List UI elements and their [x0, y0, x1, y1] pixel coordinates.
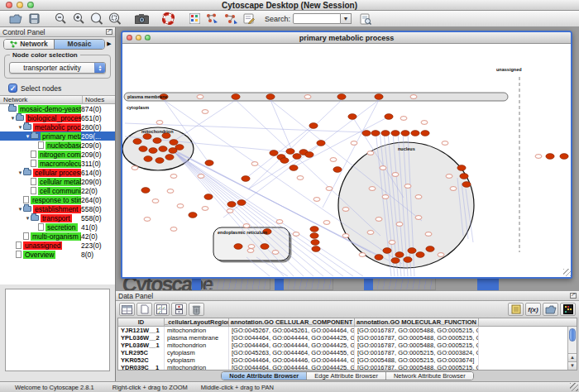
graph-node-small[interactable] — [170, 227, 177, 232]
tree-row[interactable]: cell communicat22(0) — [0, 186, 115, 195]
graph-node[interactable] — [546, 154, 554, 160]
tree-row[interactable]: ▼transport558(0) — [0, 213, 115, 222]
tab-overflow-arrow-icon[interactable]: ▶ — [105, 41, 113, 47]
expander-icon[interactable]: ▼ — [17, 125, 23, 130]
graph-node[interactable] — [375, 255, 383, 261]
tree-row[interactable]: nucleobase-209(0) — [0, 141, 115, 150]
compartment-plasma-membrane[interactable] — [124, 93, 508, 101]
graph-node-small[interactable] — [404, 184, 411, 189]
background-window-fragment[interactable] — [192, 277, 270, 290]
graph-node[interactable] — [383, 248, 391, 254]
graph-node-small[interactable] — [297, 176, 304, 180]
table-row[interactable]: YPL036W__1mitochondrion[GO:0044464, GO:0… — [118, 342, 577, 349]
graph-node[interactable] — [457, 165, 466, 171]
graph-node-small[interactable] — [330, 158, 337, 162]
expander-icon[interactable]: ▼ — [10, 116, 16, 121]
graph-node[interactable] — [362, 131, 371, 136]
tree-row[interactable]: mosaic-demo-yeast874(0) — [0, 104, 115, 113]
graph-edge[interactable] — [248, 143, 321, 189]
layout-network-alt-button[interactable] — [222, 12, 240, 26]
tree-row[interactable]: ▼establishment of lo558(0) — [0, 204, 115, 213]
graph-node[interactable] — [242, 176, 250, 182]
graph-node[interactable] — [280, 158, 289, 164]
graph-node[interactable] — [421, 131, 429, 136]
snapshot-button[interactable] — [132, 12, 151, 26]
tree-row[interactable]: unassigned223(0) — [0, 241, 115, 250]
graph-node[interactable] — [234, 244, 242, 250]
graph-node[interactable] — [309, 123, 318, 129]
graph-node[interactable] — [348, 114, 356, 120]
graph-node[interactable] — [153, 138, 161, 144]
tree-column-nodes[interactable]: Nodes — [82, 96, 115, 103]
graph-node[interactable] — [141, 188, 150, 194]
tree-row[interactable]: nitrogen compo209(0) — [0, 150, 115, 159]
graph-node[interactable] — [143, 134, 151, 140]
table-row[interactable]: YKR052Ccytoplasm[GO:0044464, GO:0044446,… — [118, 356, 577, 364]
graph-node[interactable] — [261, 244, 269, 250]
search-options-button[interactable] — [356, 12, 375, 26]
graph-node[interactable] — [311, 240, 319, 246]
graph-node[interactable] — [149, 148, 157, 154]
graph-node[interactable] — [317, 141, 325, 146]
graph-node-small[interactable] — [389, 241, 395, 245]
graph-node[interactable] — [144, 156, 152, 162]
graph-node-small[interactable] — [293, 232, 299, 237]
graph-node-small[interactable] — [442, 141, 448, 146]
graph-node-small[interactable] — [367, 231, 374, 235]
graph-node-small[interactable] — [450, 187, 457, 191]
table-column-header[interactable]: ID — [118, 318, 165, 326]
graph-node[interactable] — [293, 154, 301, 160]
graph-node-small[interactable] — [376, 218, 382, 222]
graph-node-small[interactable] — [535, 155, 542, 159]
graph-node-small[interactable] — [326, 187, 333, 191]
graph-node-small[interactable] — [396, 222, 403, 227]
float-panel-icon[interactable] — [106, 29, 112, 35]
graph-node-small[interactable] — [400, 117, 407, 121]
graph-node-small[interactable] — [198, 174, 204, 179]
formula-builder-button[interactable]: f(x) — [525, 303, 541, 316]
graph-node-small[interactable] — [415, 216, 422, 220]
graph-node[interactable] — [270, 151, 278, 156]
background-window-fragment[interactable] — [275, 277, 333, 290]
graph-node-small[interactable] — [251, 162, 258, 166]
zoom-in-button[interactable] — [69, 12, 88, 26]
graph-node-small[interactable] — [227, 209, 233, 213]
graph-node[interactable] — [401, 131, 409, 136]
tree-row[interactable]: cellular metabo209(0) — [0, 177, 115, 186]
tree-column-network[interactable]: Network — [0, 96, 82, 103]
graph-node[interactable] — [290, 165, 298, 171]
graph-node[interactable] — [462, 182, 471, 188]
graph-node-small[interactable] — [247, 249, 254, 253]
select-nodes-checkbox[interactable]: ✓ — [8, 84, 17, 93]
tree-row[interactable]: secretion41(0) — [0, 222, 115, 232]
background-window-fragment[interactable] — [477, 277, 499, 290]
graph-node[interactable] — [170, 140, 178, 146]
birds-eye-view-panel[interactable] — [5, 289, 110, 371]
graph-edge[interactable] — [270, 100, 293, 152]
unselect-attributes-button[interactable] — [171, 303, 187, 316]
graph-node[interactable] — [312, 246, 320, 252]
table-column-header[interactable]: annotation.GO MOLECULAR_FUNCTION — [355, 318, 479, 326]
matrix-button[interactable] — [560, 303, 576, 316]
network-window-titlebar[interactable]: primary metabolic process — [122, 32, 571, 44]
graph-node[interactable] — [310, 233, 318, 239]
tree-row[interactable]: multi-organism pro42(0) — [0, 232, 115, 241]
tree-row[interactable]: ▼metabolic process280(0) — [0, 122, 115, 131]
window-resize-grip[interactable] — [570, 383, 578, 391]
graph-node-small[interactable] — [446, 174, 452, 179]
graph-node[interactable] — [286, 149, 294, 155]
table-row[interactable]: YDR039C__1mitochondrion[GO:0044464, GO:0… — [118, 364, 577, 370]
table-row[interactable]: YLR295Ccytoplasm[GO:0045263, GO:0044464,… — [118, 349, 577, 356]
table-column-header[interactable] — [479, 318, 577, 326]
graph-node[interactable] — [391, 131, 400, 136]
graph-node[interactable] — [426, 246, 434, 252]
graph-node-small[interactable] — [132, 166, 138, 170]
graph-node[interactable] — [205, 160, 213, 166]
graph-node-small[interactable] — [272, 251, 279, 255]
save-session-button[interactable] — [25, 12, 43, 26]
graph-node-small[interactable] — [342, 208, 349, 212]
graph-node[interactable] — [139, 146, 147, 152]
tab-mosaic[interactable]: Mosaic — [55, 40, 104, 49]
graph-node-small[interactable] — [276, 220, 283, 224]
table-column-header[interactable]: _cellularLayoutRegion — [165, 318, 229, 326]
